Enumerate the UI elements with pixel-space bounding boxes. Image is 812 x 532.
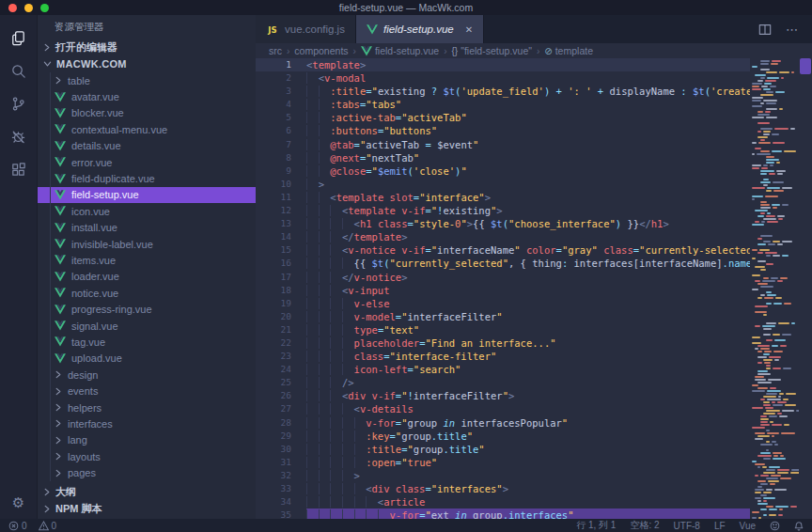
explorer-icon[interactable] <box>0 22 37 55</box>
tree-item-helpers[interactable]: helpers <box>38 399 256 415</box>
code-line-22[interactable]: 22 placeholder="Find an interface..." <box>256 336 750 350</box>
warning-value: 0 <box>52 521 57 531</box>
code-line-33[interactable]: 33 <div class="interfaces"> <box>256 482 750 495</box>
status-UTF-8[interactable]: UTF-8 <box>674 521 700 531</box>
code-line-32[interactable]: 32 > <box>256 469 750 482</box>
code-line-18[interactable]: 18 <v-input <box>256 284 750 297</box>
scrollbar-thumb[interactable] <box>800 58 811 74</box>
code-line-11[interactable]: 11 <template slot="interface"> <box>256 191 750 204</box>
code-line-text: :buttons="buttons" <box>306 124 750 137</box>
code-line-21[interactable]: 21 type="text" <box>256 323 750 336</box>
code-line-29[interactable]: 29 :key="group.title" <box>256 430 750 443</box>
code-line-24[interactable]: 24 icon-left="search" <box>256 363 750 376</box>
tree-item-contextual-menu-vue[interactable]: contextual-menu.vue <box>38 121 256 137</box>
section-open-editors[interactable]: 打开的编辑器 <box>38 39 256 55</box>
breadcrumb-item--field-setup-vue-[interactable]: {}"field-setup.vue" <box>452 45 532 56</box>
code-line-3[interactable]: 3 :title="existing ? $t('update_field') … <box>256 85 750 98</box>
code-line-10[interactable]: 10 > <box>256 178 750 191</box>
bell-icon[interactable] <box>794 521 804 531</box>
warning-count[interactable]: 0 <box>39 521 57 531</box>
tree-item-progress-ring-vue[interactable]: progress-ring.vue <box>38 301 256 317</box>
tree-item-details-vue[interactable]: details.vue <box>38 138 256 154</box>
status-LF[interactable]: LF <box>714 521 726 531</box>
tree-item-pages[interactable]: pages <box>38 464 256 480</box>
code-line-23[interactable]: 23 class="interface-filter" <box>256 350 750 363</box>
tree-item-events[interactable]: events <box>38 383 256 399</box>
tree-item-tag-vue[interactable]: tag.vue <box>38 334 256 350</box>
split-editor-icon[interactable] <box>758 23 772 36</box>
tree-item-blocker-vue[interactable]: blocker.vue <box>38 105 256 121</box>
status-行-1-列-1[interactable]: 行 1, 列 1 <box>576 519 616 532</box>
tree-item-invisible-label-vue[interactable]: invisible-label.vue <box>38 236 256 252</box>
code-line-31[interactable]: 31 :open="true" <box>256 456 750 469</box>
code-line-9[interactable]: 9 @close="$emit('close')" <box>256 164 750 178</box>
tree-item-field-duplicate-vue[interactable]: field-duplicate.vue <box>38 170 256 186</box>
tree-item-loader-vue[interactable]: loader.vue <box>38 269 256 285</box>
code-line-15[interactable]: 15 <v-notice v-if="interfaceName" color=… <box>256 243 750 257</box>
code-line-8[interactable]: 8 @next="nextTab" <box>256 151 750 164</box>
code-line-4[interactable]: 4 :tabs="tabs" <box>256 98 750 111</box>
code-line-13[interactable]: 13 <h1 class="style-0">{{ $t("choose_int… <box>256 217 750 230</box>
breadcrumb-item-components[interactable]: components <box>294 45 348 56</box>
status-Vue[interactable]: Vue <box>740 521 756 531</box>
settings-gear-icon[interactable]: ⚙ <box>12 495 24 509</box>
code-line-30[interactable]: 30 :title="group.title" <box>256 443 750 456</box>
tree-item-table[interactable]: table <box>38 72 256 88</box>
code-line-16[interactable]: 16 {{ $t("currently_selected", { thing: … <box>256 257 750 270</box>
code-line-6[interactable]: 6 :buttons="buttons" <box>256 124 750 137</box>
code-line-19[interactable]: 19 v-else <box>256 297 750 310</box>
code-line-14[interactable]: 14 </template> <box>256 230 750 243</box>
tree-item-error-vue[interactable]: error.vue <box>38 154 256 170</box>
section-outline[interactable]: 大纲 <box>38 483 256 500</box>
tree-item-items-vue[interactable]: items.vue <box>38 252 256 268</box>
code-line-34[interactable]: 34 <article <box>256 495 750 509</box>
error-count[interactable]: 0 <box>8 521 27 531</box>
maximize-window-button[interactable] <box>40 4 49 12</box>
tree-item-design[interactable]: design <box>38 367 256 383</box>
breadcrumb-item-template[interactable]: ⊘template <box>544 45 593 56</box>
code-line-1[interactable]: 1<template> <box>256 58 750 71</box>
tree-item-field-setup-vue[interactable]: field-setup.vue <box>38 187 256 203</box>
code-line-25[interactable]: 25 /> <box>256 376 750 389</box>
tree-item-interfaces[interactable]: interfaces <box>38 415 256 431</box>
tree-item-notice-vue[interactable]: notice.vue <box>38 285 256 301</box>
line-number: 22 <box>256 336 306 350</box>
debug-icon[interactable] <box>0 120 37 153</box>
tab-field-setup-vue[interactable]: field-setup.vue✕ <box>356 15 484 43</box>
tree-item-icon-vue[interactable]: icon.vue <box>38 203 256 219</box>
code-line-26[interactable]: 26 <div v-if="!interfaceFilter"> <box>256 389 750 402</box>
status-空格-2[interactable]: 空格: 2 <box>630 519 659 532</box>
code-editor[interactable]: 1<template>2 <v-modal3 :title="existing … <box>256 58 750 519</box>
tree-item-lang[interactable]: lang <box>38 432 256 448</box>
tree-item-signal-vue[interactable]: signal.vue <box>38 318 256 334</box>
smiley-icon[interactable] <box>770 521 780 531</box>
code-line-27[interactable]: 27 <v-details <box>256 402 750 415</box>
close-window-button[interactable] <box>8 4 17 12</box>
code-line-5[interactable]: 5 :active-tab="activeTab" <box>256 111 750 124</box>
section-workspace[interactable]: MACWK.COM <box>38 55 256 72</box>
tab-vue-config-js[interactable]: JSvue.config.js <box>256 15 356 43</box>
search-icon[interactable] <box>0 55 37 87</box>
code-line-text: :active-tab="activeTab" <box>306 111 750 124</box>
minimize-window-button[interactable] <box>24 4 33 12</box>
tree-item-avatar-vue[interactable]: avatar.vue <box>38 88 256 104</box>
source-control-icon[interactable] <box>0 87 37 120</box>
tree-item-layouts[interactable]: layouts <box>38 448 256 464</box>
code-line-12[interactable]: 12 <template v-if="!existing"> <box>256 204 750 217</box>
more-actions-icon[interactable]: ⋯ <box>786 23 799 37</box>
code-line-2[interactable]: 2 <v-modal <box>256 71 750 85</box>
code-line-35[interactable]: 35 v-for="ext in group.interfaces" <box>256 509 750 519</box>
minimap[interactable] <box>750 58 799 519</box>
code-line-7[interactable]: 7 @tab="activeTab = $event" <box>256 138 750 151</box>
code-line-17[interactable]: 17 </v-notice> <box>256 271 750 284</box>
section-npm-scripts[interactable]: NPM 脚本 <box>38 500 256 517</box>
breadcrumb-item-src[interactable]: src <box>269 45 282 56</box>
tree-item-upload-vue[interactable]: upload.vue <box>38 351 256 367</box>
tree-item-install-vue[interactable]: install.vue <box>38 220 256 236</box>
close-tab-icon[interactable]: ✕ <box>465 24 473 35</box>
breadcrumb-item-field-setup-vue[interactable]: field-setup.vue <box>361 45 439 56</box>
extensions-icon[interactable] <box>0 153 37 186</box>
code-line-28[interactable]: 28 v-for="group in interfacesPopular" <box>256 416 750 430</box>
code-line-text: @next="nextTab" <box>306 151 750 164</box>
code-line-20[interactable]: 20 v-model="interfaceFilter" <box>256 310 750 323</box>
